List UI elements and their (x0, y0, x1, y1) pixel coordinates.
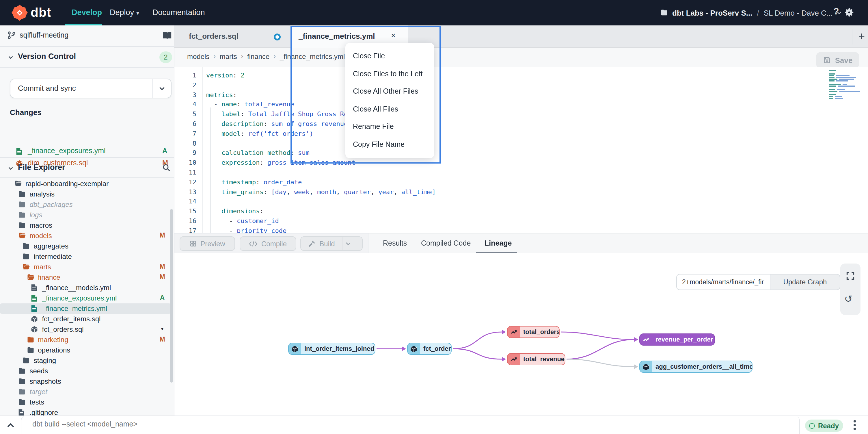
breadcrumb-item[interactable]: _finance_metrics.yml (280, 53, 345, 61)
branch-name[interactable]: sqlfluff-meeting (20, 31, 68, 39)
tree-item-models[interactable]: modelsM (0, 231, 171, 241)
lineage-node-int_order_items_joined[interactable]: int_order_items_joined (288, 343, 375, 355)
node-label: fct_orders (420, 343, 452, 354)
breadcrumb-item[interactable]: models (187, 53, 209, 61)
preview-label: Preview (200, 239, 225, 248)
tree-item-operations[interactable]: operations (0, 345, 171, 355)
compile-label: Compile (261, 239, 287, 248)
code-line: 6 description: sum of gross revenue (175, 120, 694, 130)
changes-count-badge: 2 (159, 52, 172, 63)
tree-item-marketing[interactable]: marketingM (0, 335, 171, 345)
code-line: 2 (175, 82, 694, 91)
tab-results[interactable]: Results (383, 233, 407, 254)
tree-item-rapid-onboarding-exemplar[interactable]: rapid-onboarding-exemplar (0, 179, 171, 189)
file-explorer-header[interactable]: File Explorer (0, 157, 175, 178)
tree-item-tests[interactable]: tests (0, 397, 171, 407)
close-icon[interactable]: × (391, 31, 396, 40)
lineage-panel[interactable]: Update Graph ↺ int_order_items_joined fc… (175, 253, 868, 415)
code-editor[interactable]: 1version: 223metrics:4 - name: total_rev… (175, 67, 868, 233)
lineage-node-total_revenue[interactable]: total_revenue (507, 353, 565, 365)
gear-icon[interactable] (844, 7, 855, 18)
tree-item-label: rapid-onboarding-exemplar (25, 180, 108, 188)
tree-item-finance[interactable]: financeM (0, 272, 171, 283)
context-menu-item-copy-file-name[interactable]: Copy File Name (345, 136, 434, 153)
tree-item-target[interactable]: target (0, 386, 171, 397)
help-icon[interactable]: ? (833, 6, 839, 17)
tab-compiled-code[interactable]: Compiled Code (421, 233, 471, 254)
save-button[interactable]: Save (816, 52, 859, 68)
kebab-menu-icon[interactable] (853, 420, 857, 432)
metric-chart-icon (640, 334, 652, 345)
lineage-node-total_orders[interactable]: total_orders (507, 326, 560, 338)
context-menu-item-close-all-other-files[interactable]: Close All Other Files (345, 83, 434, 100)
tree-item-dbt-packages[interactable]: dbt_packages (0, 199, 171, 210)
breadcrumb-item[interactable]: marts (220, 53, 237, 61)
brand-wordmark: dbt (31, 5, 51, 20)
tree-item-label: analysis (29, 190, 55, 198)
project-breadcrumb[interactable]: dbt Labs - ProServ S... / SL Demo - Dave… (660, 0, 842, 25)
tree-item-fct-orders-sql[interactable]: fct_orders.sql• (0, 324, 171, 335)
context-menu-item-close-all-files[interactable]: Close All Files (345, 100, 434, 118)
search-icon[interactable] (162, 163, 171, 172)
tree-item-staging[interactable]: staging (0, 355, 171, 366)
tree-item-fct-order-items-sql[interactable]: fct_order_items.sql (0, 314, 171, 324)
breadcrumb-separator: › (274, 53, 276, 61)
file-icon (16, 147, 24, 155)
tab-fct-orders[interactable]: fct_orders.sql (175, 25, 290, 48)
tree-item--finance-models-yml[interactable]: _finance__models.yml (0, 283, 171, 293)
breadcrumb-item[interactable]: finance (247, 53, 270, 61)
file-tree-scrollbar[interactable] (170, 181, 173, 413)
preview-button[interactable]: Preview (180, 236, 235, 251)
lineage-node-revenue_per_order[interactable]: revenue_per_order (639, 334, 715, 346)
code-line: 9 calculation_method: sum (175, 149, 694, 159)
folder-icon (18, 367, 26, 375)
tree-item--gitignore[interactable]: .gitignore (0, 407, 171, 415)
changed-file-name[interactable]: _finance_exposures.yml (28, 147, 106, 155)
line-number: 3 (175, 91, 196, 98)
commit-dropdown-toggle[interactable] (152, 79, 171, 98)
chevron-up-icon[interactable] (6, 421, 16, 431)
tree-item--finance-exposures-yml[interactable]: _finance_exposures.ymlA (0, 293, 171, 303)
docs-book-icon[interactable] (162, 31, 172, 40)
command-input[interactable] (31, 419, 551, 429)
tree-item-snapshots[interactable]: snapshots (0, 376, 171, 386)
new-tab-button[interactable]: + (855, 29, 868, 44)
project-name[interactable]: dbt Labs - ProServ S... (672, 8, 752, 17)
compile-button[interactable]: Compile (240, 236, 296, 251)
context-menu-item-close-file[interactable]: Close File (345, 48, 434, 65)
lineage-node-fct_orders[interactable]: fct_orders (407, 343, 452, 355)
changed-file-row[interactable]: _finance_exposures.yml A (0, 146, 175, 157)
nav-develop[interactable]: Develop (72, 0, 102, 25)
code-line: 13 time_grains: [day, week, month, quart… (175, 188, 694, 198)
tree-item-label: logs (29, 211, 42, 219)
git-status-letter: M (158, 263, 166, 270)
environment-name[interactable]: SL Demo - Dave C... (764, 8, 833, 17)
tree-item-marts[interactable]: martsM (0, 262, 171, 272)
line-number: 7 (175, 130, 196, 138)
build-dropdown-toggle[interactable] (342, 237, 354, 250)
node-label: total_orders (520, 326, 560, 338)
lineage-node-agg_customer_orders__all_time[interactable]: agg_customer_orders__all_time (639, 360, 752, 373)
build-button[interactable]: Build (300, 236, 363, 251)
tree-item-label: _finance_metrics.yml (42, 305, 107, 313)
tree-item-aggregates[interactable]: aggregates (0, 241, 171, 251)
scrollbar-thumb[interactable] (170, 209, 173, 382)
breadcrumb-separator: › (213, 53, 215, 61)
context-menu-item-rename-file[interactable]: Rename File (345, 118, 434, 136)
tree-item-logs[interactable]: logs (0, 210, 171, 220)
nav-deploy[interactable]: Deploy▾ (110, 0, 139, 25)
context-menu-item-close-files-to-the-left[interactable]: Close Files to the Left (345, 65, 434, 83)
tree-item-intermediate[interactable]: intermediate (0, 251, 171, 262)
version-control-header[interactable]: Version Control 2 (0, 47, 175, 68)
ready-circle-icon (809, 423, 815, 429)
tree-item-macros[interactable]: macros (0, 220, 171, 231)
tree-item--finance-metrics-yml[interactable]: _finance_metrics.yml (0, 303, 171, 314)
nav-documentation[interactable]: Documentation (152, 0, 205, 25)
editor-minimap[interactable] (829, 70, 862, 99)
tree-item-seeds[interactable]: seeds (0, 366, 171, 376)
tree-item-analysis[interactable]: analysis (0, 189, 171, 199)
commit-and-sync-button[interactable]: Commit and sync (10, 79, 172, 98)
tree-item-label: marts (34, 263, 51, 271)
command-input-box[interactable] (21, 416, 800, 434)
tab-lineage[interactable]: Lineage (485, 233, 512, 254)
